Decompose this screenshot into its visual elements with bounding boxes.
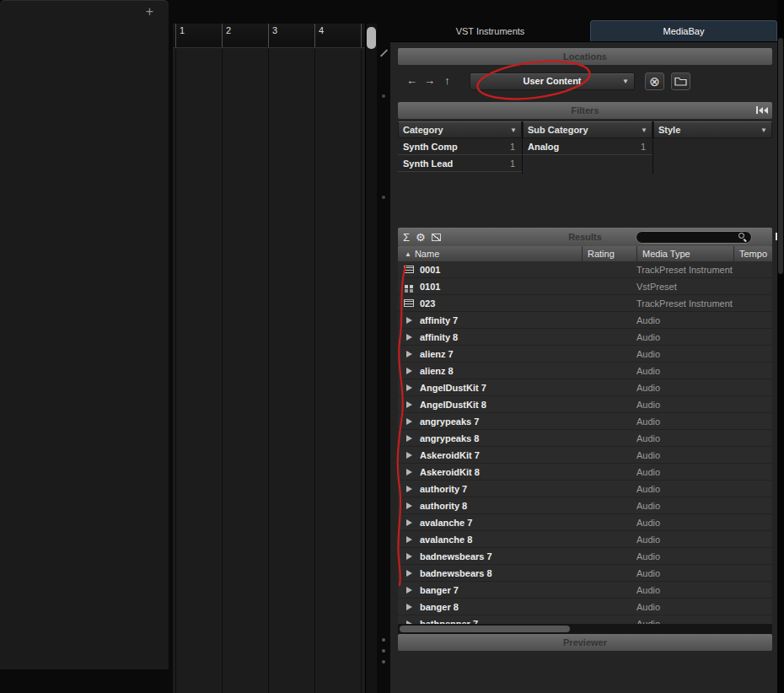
result-media-type: Audio [636,551,733,561]
filter-item[interactable]: Analog 1 [523,138,652,155]
result-media-type: TrackPreset Instrument [636,298,733,309]
result-media-type: Audio [636,518,733,528]
media-type-icon[interactable] [398,452,420,459]
result-row[interactable]: authority 7 Audio [398,481,772,497]
media-type-icon[interactable] [398,435,420,442]
column-header-tempo[interactable]: Tempo [733,246,772,261]
result-name: AngelDustKit 7 [420,383,582,393]
result-name: badnewsbears 7 [420,551,582,561]
splitter-dot[interactable] [382,660,385,663]
ruler-mark: 4 [314,24,361,47]
media-type-icon[interactable] [398,266,420,273]
result-row[interactable]: avalanche 7 Audio [398,514,772,531]
result-row[interactable]: badnewsbears 7 Audio [398,548,772,565]
filter-header-subcategory[interactable]: Sub Category ▼ [523,121,652,138]
result-row[interactable]: angrypeaks 7 Audio [398,413,772,430]
media-type-icon[interactable] [398,317,420,324]
result-row[interactable]: angrypeaks 8 Audio [398,430,772,447]
column-header-rating[interactable]: Rating [582,246,636,261]
filter-header-style[interactable]: Style ▼ [653,121,772,138]
add-track-button[interactable]: + [146,5,153,19]
remove-location-button[interactable]: ⊗ [645,73,664,90]
window-vertical-scrollbar[interactable] [777,0,784,693]
media-type-icon[interactable] [398,486,420,492]
sigma-icon[interactable]: Σ [403,232,410,243]
media-type-icon[interactable] [398,553,420,560]
media-type-icon[interactable] [398,587,420,594]
media-type-icon[interactable] [398,299,420,307]
results-horizontal-scrollbar[interactable] [398,624,772,634]
filter-item[interactable]: Synth Lead 1 [398,155,522,172]
horizontal-scrollbar-thumb[interactable] [400,626,570,632]
tab-mediabay[interactable]: MediaBay [590,20,777,41]
result-row[interactable]: 0101 VstPreset [398,278,772,295]
result-row[interactable]: alienz 7 Audio [398,346,772,363]
arrange-vertical-scrollbar[interactable] [365,24,377,693]
result-row[interactable]: bathpepper 7 Audio [398,615,772,624]
result-row[interactable]: banger 7 Audio [398,582,772,599]
result-row[interactable]: avalanche 8 Audio [398,531,772,548]
filter-column-category: Category ▼ Synth Comp 1 Synth Lead 1 [398,121,523,174]
search-icon[interactable] [738,233,747,241]
result-media-type: Audio [636,568,733,578]
result-name: alienz 8 [420,366,582,376]
splitter-dot[interactable] [382,196,385,199]
splitter-dot[interactable] [382,638,385,642]
filter-item[interactable]: Synth Comp 1 [398,138,522,155]
result-row[interactable]: badnewsbears 8 Audio [398,565,772,582]
result-row[interactable]: AskeroidKit 7 Audio [398,447,772,464]
media-type-icon[interactable] [398,401,420,408]
result-media-type: Audio [636,585,733,595]
media-type-icon[interactable] [398,418,420,425]
shuffle-results-icon[interactable] [432,234,441,241]
result-row[interactable]: AskeroidKit 8 Audio [398,464,772,481]
window-scrollbar-thumb[interactable] [778,38,783,274]
media-type-icon[interactable] [398,351,420,357]
result-row[interactable]: authority 8 Audio [398,497,772,514]
browse-folder-button[interactable] [671,73,690,90]
ruler-mark: 2 [222,24,268,47]
media-type-icon[interactable] [398,604,420,610]
result-name: affinity 8 [420,332,582,342]
result-row[interactable]: alienz 8 Audio [398,363,772,379]
media-type-icon[interactable] [398,536,420,543]
result-row[interactable]: 0001 TrackPreset Instrument [398,261,772,278]
result-name: badnewsbears 8 [420,568,582,578]
location-dropdown[interactable]: User Content ▼ [470,73,635,90]
result-row[interactable]: AngelDustKit 8 Audio [398,396,772,413]
up-button[interactable]: ↑ [440,73,454,89]
result-row[interactable]: 023 TrackPreset Instrument [398,295,772,312]
back-button[interactable]: ← [405,73,419,89]
media-type-icon[interactable] [398,570,420,577]
media-type-icon[interactable] [398,469,420,475]
forward-button[interactable]: → [422,73,437,89]
splitter-dot[interactable] [382,94,385,98]
media-type-icon[interactable] [398,334,420,341]
panel-splitter[interactable] [377,0,390,693]
result-row[interactable]: affinity 8 Audio [398,329,772,346]
result-row[interactable]: affinity 7 Audio [398,312,772,329]
gear-icon[interactable]: ⚙ [416,232,426,243]
media-type-icon[interactable] [398,502,420,509]
collapse-filters-icon[interactable] [756,106,768,114]
column-header-mediatype[interactable]: Media Type [636,246,733,261]
media-type-icon[interactable] [398,519,420,526]
result-row[interactable]: AngelDustKit 7 Audio [398,379,772,396]
timeline-ruler[interactable]: 1 2 3 4 5 [173,24,365,48]
chevron-down-icon: ▼ [510,126,517,134]
mediabay-panel: VST Instruments MediaBay Locations ← → ↑… [390,0,777,693]
media-type-icon[interactable] [398,368,420,374]
chevron-down-icon: ▼ [622,78,629,85]
splitter-dot[interactable] [382,649,385,653]
vertical-scrollbar-thumb[interactable] [367,27,376,49]
result-row[interactable]: banger 8 Audio [398,599,772,615]
track-list-panel: + [0,0,169,669]
filter-column-style: Style ▼ [653,121,772,174]
column-header-name[interactable]: ▲ Name [398,246,582,261]
media-type-icon[interactable] [398,384,420,391]
tab-vst-instruments[interactable]: VST Instruments [390,20,590,41]
search-input[interactable] [641,233,738,242]
filter-header-category[interactable]: Category ▼ [398,121,522,138]
arrange-grid[interactable] [173,49,365,693]
media-type-icon[interactable] [398,285,420,288]
